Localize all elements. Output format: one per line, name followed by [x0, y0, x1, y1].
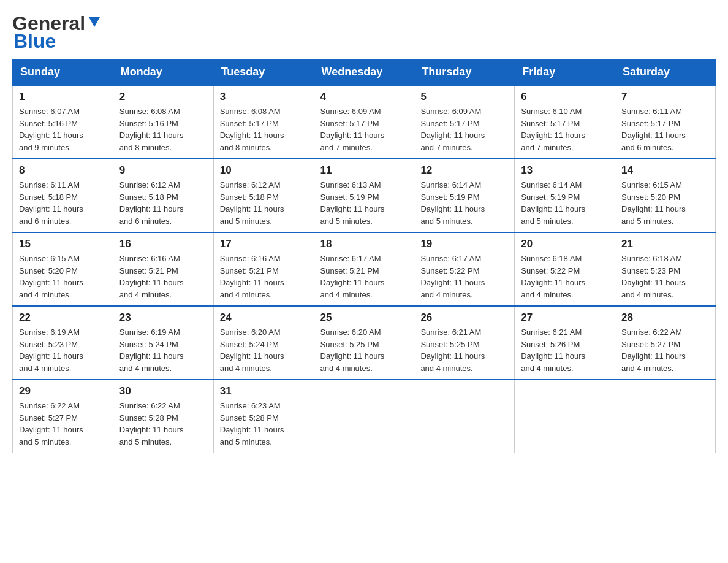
- day-info: Sunrise: 6:12 AMSunset: 5:18 PMDaylight:…: [119, 179, 207, 227]
- day-info: Sunrise: 6:08 AMSunset: 5:17 PMDaylight:…: [220, 105, 308, 153]
- day-info: Sunrise: 6:21 AMSunset: 5:26 PMDaylight:…: [521, 326, 609, 374]
- calendar-cell: 25 Sunrise: 6:20 AMSunset: 5:25 PMDaylig…: [314, 306, 414, 380]
- day-info: Sunrise: 6:14 AMSunset: 5:19 PMDaylight:…: [420, 179, 508, 227]
- day-info: Sunrise: 6:13 AMSunset: 5:19 PMDaylight:…: [320, 179, 408, 227]
- day-info: Sunrise: 6:12 AMSunset: 5:18 PMDaylight:…: [220, 179, 308, 227]
- day-number: 17: [220, 238, 308, 250]
- day-info: Sunrise: 6:11 AMSunset: 5:18 PMDaylight:…: [19, 179, 107, 227]
- day-info: Sunrise: 6:18 AMSunset: 5:23 PMDaylight:…: [621, 253, 709, 301]
- calendar-cell: 11 Sunrise: 6:13 AMSunset: 5:19 PMDaylig…: [314, 159, 414, 232]
- calendar-cell: 4 Sunrise: 6:09 AMSunset: 5:17 PMDayligh…: [314, 85, 414, 159]
- day-info: Sunrise: 6:08 AMSunset: 5:16 PMDaylight:…: [119, 105, 207, 153]
- day-number: 23: [119, 312, 207, 324]
- svg-marker-0: [89, 17, 100, 27]
- day-info: Sunrise: 6:23 AMSunset: 5:28 PMDaylight:…: [220, 400, 308, 448]
- calendar-cell: 27 Sunrise: 6:21 AMSunset: 5:26 PMDaylig…: [515, 306, 615, 380]
- day-number: 11: [320, 164, 408, 177]
- calendar-cell: 12 Sunrise: 6:14 AMSunset: 5:19 PMDaylig…: [414, 159, 515, 232]
- day-number: 15: [19, 238, 107, 250]
- calendar-cell: 14 Sunrise: 6:15 AMSunset: 5:20 PMDaylig…: [615, 159, 716, 232]
- day-info: Sunrise: 6:16 AMSunset: 5:21 PMDaylight:…: [220, 253, 308, 301]
- day-number: 13: [521, 164, 609, 177]
- day-number: 5: [420, 91, 508, 103]
- calendar-cell: 3 Sunrise: 6:08 AMSunset: 5:17 PMDayligh…: [213, 85, 314, 159]
- day-number: 16: [119, 238, 207, 250]
- day-number: 6: [521, 91, 609, 103]
- calendar-cell: 22 Sunrise: 6:19 AMSunset: 5:23 PMDaylig…: [13, 306, 113, 380]
- calendar-table: SundayMondayTuesdayWednesdayThursdayFrid…: [12, 59, 716, 453]
- logo: General Blue: [12, 12, 101, 53]
- calendar-cell: [414, 380, 515, 453]
- day-number: 18: [320, 238, 408, 250]
- day-info: Sunrise: 6:11 AMSunset: 5:17 PMDaylight:…: [621, 105, 709, 153]
- day-number: 2: [119, 91, 207, 103]
- weekday-header-sunday: Sunday: [13, 59, 113, 86]
- calendar-cell: 9 Sunrise: 6:12 AMSunset: 5:18 PMDayligh…: [113, 159, 213, 232]
- calendar-cell: 15 Sunrise: 6:15 AMSunset: 5:20 PMDaylig…: [13, 232, 113, 306]
- calendar-cell: 8 Sunrise: 6:11 AMSunset: 5:18 PMDayligh…: [13, 159, 113, 232]
- day-number: 31: [220, 385, 308, 397]
- day-info: Sunrise: 6:22 AMSunset: 5:27 PMDaylight:…: [621, 326, 709, 374]
- calendar-cell: 10 Sunrise: 6:12 AMSunset: 5:18 PMDaylig…: [213, 159, 314, 232]
- weekday-header-wednesday: Wednesday: [314, 59, 414, 86]
- day-number: 4: [320, 91, 408, 103]
- calendar-cell: 20 Sunrise: 6:18 AMSunset: 5:22 PMDaylig…: [515, 232, 615, 306]
- day-info: Sunrise: 6:09 AMSunset: 5:17 PMDaylight:…: [320, 105, 408, 153]
- day-info: Sunrise: 6:10 AMSunset: 5:17 PMDaylight:…: [521, 105, 609, 153]
- day-number: 19: [420, 238, 508, 250]
- calendar-cell: 31 Sunrise: 6:23 AMSunset: 5:28 PMDaylig…: [213, 380, 314, 453]
- calendar-cell: 18 Sunrise: 6:17 AMSunset: 5:21 PMDaylig…: [314, 232, 414, 306]
- weekday-header-saturday: Saturday: [615, 59, 716, 86]
- day-number: 28: [621, 312, 709, 324]
- weekday-header-monday: Monday: [113, 59, 213, 86]
- week-row-5: 29 Sunrise: 6:22 AMSunset: 5:27 PMDaylig…: [13, 380, 716, 453]
- week-row-4: 22 Sunrise: 6:19 AMSunset: 5:23 PMDaylig…: [13, 306, 716, 380]
- calendar-cell: 1 Sunrise: 6:07 AMSunset: 5:16 PMDayligh…: [13, 85, 113, 159]
- day-number: 14: [621, 164, 709, 177]
- day-number: 1: [19, 91, 107, 103]
- calendar-cell: 23 Sunrise: 6:19 AMSunset: 5:24 PMDaylig…: [113, 306, 213, 380]
- day-number: 29: [19, 385, 107, 397]
- calendar-cell: [615, 380, 716, 453]
- weekday-header-tuesday: Tuesday: [213, 59, 314, 86]
- calendar-cell: 21 Sunrise: 6:18 AMSunset: 5:23 PMDaylig…: [615, 232, 716, 306]
- logo-blue-text: Blue: [13, 30, 56, 53]
- day-number: 21: [621, 238, 709, 250]
- calendar-cell: 7 Sunrise: 6:11 AMSunset: 5:17 PMDayligh…: [615, 85, 716, 159]
- day-number: 7: [621, 91, 709, 103]
- day-info: Sunrise: 6:20 AMSunset: 5:25 PMDaylight:…: [320, 326, 408, 374]
- day-info: Sunrise: 6:16 AMSunset: 5:21 PMDaylight:…: [119, 253, 207, 301]
- calendar-cell: 30 Sunrise: 6:22 AMSunset: 5:28 PMDaylig…: [113, 380, 213, 453]
- calendar-cell: 28 Sunrise: 6:22 AMSunset: 5:27 PMDaylig…: [615, 306, 716, 380]
- day-number: 12: [420, 164, 508, 177]
- week-row-1: 1 Sunrise: 6:07 AMSunset: 5:16 PMDayligh…: [13, 85, 716, 159]
- weekday-header-friday: Friday: [515, 59, 615, 86]
- day-info: Sunrise: 6:15 AMSunset: 5:20 PMDaylight:…: [19, 253, 107, 301]
- page-header: General Blue: [12, 12, 716, 53]
- day-info: Sunrise: 6:21 AMSunset: 5:25 PMDaylight:…: [420, 326, 508, 374]
- day-info: Sunrise: 6:22 AMSunset: 5:27 PMDaylight:…: [19, 400, 107, 448]
- weekday-header-row: SundayMondayTuesdayWednesdayThursdayFrid…: [13, 59, 716, 86]
- calendar-cell: 26 Sunrise: 6:21 AMSunset: 5:25 PMDaylig…: [414, 306, 515, 380]
- day-number: 8: [19, 164, 107, 177]
- day-info: Sunrise: 6:19 AMSunset: 5:23 PMDaylight:…: [19, 326, 107, 374]
- calendar-cell: 13 Sunrise: 6:14 AMSunset: 5:19 PMDaylig…: [515, 159, 615, 232]
- day-number: 25: [320, 312, 408, 324]
- day-number: 30: [119, 385, 207, 397]
- calendar-cell: [515, 380, 615, 453]
- calendar-cell: 24 Sunrise: 6:20 AMSunset: 5:24 PMDaylig…: [213, 306, 314, 380]
- calendar-cell: 29 Sunrise: 6:22 AMSunset: 5:27 PMDaylig…: [13, 380, 113, 453]
- day-info: Sunrise: 6:20 AMSunset: 5:24 PMDaylight:…: [220, 326, 308, 374]
- day-info: Sunrise: 6:19 AMSunset: 5:24 PMDaylight:…: [119, 326, 207, 374]
- calendar-cell: 2 Sunrise: 6:08 AMSunset: 5:16 PMDayligh…: [113, 85, 213, 159]
- logo-arrow-icon: [88, 15, 101, 31]
- calendar-cell: [314, 380, 414, 453]
- day-number: 24: [220, 312, 308, 324]
- calendar-cell: 17 Sunrise: 6:16 AMSunset: 5:21 PMDaylig…: [213, 232, 314, 306]
- calendar-cell: 19 Sunrise: 6:17 AMSunset: 5:22 PMDaylig…: [414, 232, 515, 306]
- day-info: Sunrise: 6:22 AMSunset: 5:28 PMDaylight:…: [119, 400, 207, 448]
- week-row-2: 8 Sunrise: 6:11 AMSunset: 5:18 PMDayligh…: [13, 159, 716, 232]
- calendar-cell: 5 Sunrise: 6:09 AMSunset: 5:17 PMDayligh…: [414, 85, 515, 159]
- day-number: 20: [521, 238, 609, 250]
- weekday-header-thursday: Thursday: [414, 59, 515, 86]
